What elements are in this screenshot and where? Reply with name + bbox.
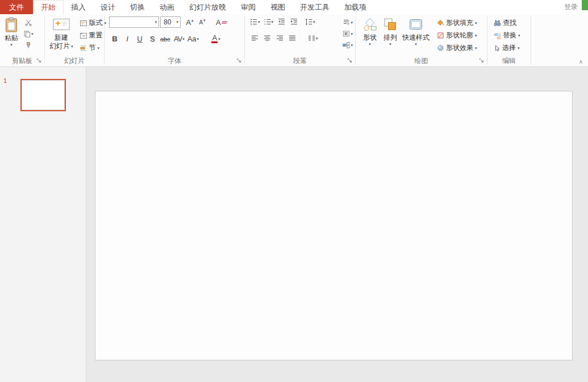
collapse-ribbon-button[interactable]: ∧ [579,59,583,65]
section-button[interactable]: 节 ▾ [78,42,109,54]
tab-file[interactable]: 文件 [0,0,33,14]
shrink-font-button[interactable]: A▾ [197,17,208,28]
text-direction-button[interactable]: ▾ [341,17,354,28]
tab-view[interactable]: 视图 [263,0,293,14]
font-size-combo[interactable]: 80 ▾ [160,16,181,28]
group-editing: 查找 替换 ▾ 选择 ▾ 编辑 [487,14,531,66]
ribbon-tab-bar: 文件 开始 插入 设计 切换 动画 幻灯片放映 审阅 视图 开发工具 加载项 登… [0,0,588,14]
character-spacing-button[interactable]: AV▾ [173,33,185,44]
window-corner-accent [582,0,588,10]
numbering-button[interactable]: ▾ [262,16,275,27]
tab-insert[interactable]: 插入 [64,0,93,14]
convert-to-smartart-button[interactable]: ▾ [341,40,354,51]
align-center-button[interactable] [261,33,273,44]
font-color-button[interactable]: A ▾ [210,33,222,44]
bold-button[interactable]: B [109,33,120,44]
reset-button[interactable]: 重置 [78,30,109,41]
line-spacing-icon [305,18,312,26]
group-paragraph: ▾ ▾ ▾ ▾ ▾ ▾ [245,14,355,66]
paste-dropdown-icon: ▾ [10,43,12,47]
find-button[interactable]: 查找 [492,17,522,29]
tab-slideshow[interactable]: 幻灯片放映 [182,0,233,14]
clear-formatting-button[interactable]: A [215,17,228,28]
slide-canvas[interactable] [95,91,573,360]
font-size-dropdown-icon: ▾ [176,20,178,24]
paragraph-dialog-launcher[interactable] [347,58,353,64]
shape-effects-button[interactable]: 形状效果 ▾ [435,42,479,54]
select-label: 选择 [502,43,516,53]
new-slide-dropdown-icon: ▾ [71,44,73,49]
tab-home[interactable]: 开始 [33,0,64,14]
shape-effects-label: 形状效果 [446,43,473,53]
tab-design[interactable]: 设计 [93,0,123,14]
reset-label: 重置 [89,31,103,40]
find-label: 查找 [503,18,516,28]
shrink-font-arrow-icon: ▾ [203,18,206,23]
underline-label: U [137,35,142,43]
bullets-button[interactable]: ▾ [249,16,261,27]
change-case-label: Aa [187,35,197,43]
select-cursor-icon [494,45,501,52]
decrease-indent-icon [278,18,285,26]
replace-dropdown-icon: ▾ [518,33,520,38]
decrease-indent-button[interactable] [276,16,287,27]
quick-styles-button[interactable]: 快速样式 ▾ [400,16,432,47]
grow-font-arrow-icon: ▴ [191,18,194,23]
columns-icon [308,35,315,42]
arrange-label: 排列 [383,33,397,42]
change-case-button[interactable]: Aa▾ [186,33,200,44]
select-button[interactable]: 选择 ▾ [492,42,522,54]
align-center-icon [264,35,271,42]
underline-button[interactable]: U [134,33,145,44]
line-spacing-button[interactable]: ▾ [304,16,316,27]
new-slide-button[interactable]: 新建 幻灯片▾ [47,16,76,51]
drawing-dialog-launcher[interactable] [479,58,485,64]
strikethrough-button[interactable]: abc [159,33,172,44]
slide-thumbnail-1[interactable] [20,79,66,111]
replace-button[interactable]: 替换 ▾ [492,30,522,41]
text-shadow-button[interactable]: S [147,33,158,44]
align-text-button[interactable]: ▾ [341,28,354,39]
layout-label: 版式 [89,18,103,28]
tab-animations[interactable]: 动画 [152,0,182,14]
increase-indent-icon [290,18,298,26]
numbering-dropdown-icon: ▾ [272,20,274,24]
paste-button[interactable]: 粘贴 ▾ [2,16,20,47]
shapes-label: 形状 [363,33,377,42]
group-slides: 新建 幻灯片▾ 版式 ▾ 重置 节 [45,14,104,66]
slide-number: 1 [3,77,7,84]
copy-button[interactable]: ▾ [23,28,35,39]
format-painter-button[interactable] [23,40,35,51]
paste-label: 粘贴 [5,34,18,43]
shape-fill-dropdown-icon: ▾ [475,21,477,26]
tab-developer[interactable]: 开发工具 [293,0,337,14]
tab-review[interactable]: 审阅 [233,0,263,14]
text-direction-icon [343,19,350,26]
align-right-button[interactable] [274,33,285,44]
justify-button[interactable] [286,33,298,44]
shape-fill-button[interactable]: 形状填充 ▾ [435,17,479,29]
justify-icon [289,35,296,42]
shapes-button[interactable]: 形状 ▾ [359,16,381,47]
columns-button[interactable]: ▾ [307,33,319,44]
cut-icon [25,19,32,26]
replace-label: 替换 [503,31,516,40]
layout-button[interactable]: 版式 ▾ [78,17,109,29]
paragraph-group-label: 段落 [293,56,307,66]
slide-thumbnail-pane: 1 [0,67,86,382]
font-dialog-launcher[interactable] [236,58,243,64]
arrange-button[interactable]: 排列 ▾ [381,16,400,47]
increase-indent-button[interactable] [288,16,299,27]
tab-transitions[interactable]: 切换 [123,0,152,14]
cut-button[interactable] [23,17,35,28]
shape-outline-dropdown-icon: ▾ [475,33,477,38]
italic-button[interactable]: I [122,33,133,44]
clipboard-dialog-launcher[interactable] [36,58,43,64]
font-name-combo[interactable]: ▾ [109,16,159,28]
align-left-icon [251,35,258,42]
section-label: 节 [89,43,96,53]
shape-outline-button[interactable]: 形状轮廓 ▾ [435,30,479,41]
align-left-button[interactable] [249,33,260,44]
tab-addins[interactable]: 加载项 [337,0,374,14]
grow-font-button[interactable]: A▴ [184,17,195,28]
